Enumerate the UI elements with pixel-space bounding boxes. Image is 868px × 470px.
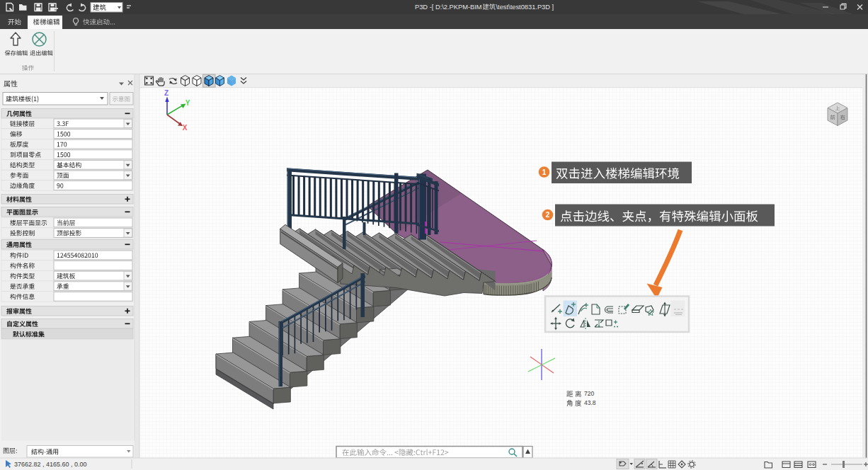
svg-text:720: 720 (584, 390, 594, 397)
svg-text:37662.82 , 4165.60 , 0.00: 37662.82 , 4165.60 , 0.00 (14, 461, 87, 468)
svg-text:P3D -[ D:\2.PKPM-BIM: P3D -[ D:\2.PKPM-BIM (415, 4, 482, 11)
svg-text:X: X (183, 124, 188, 132)
svg-text:43.8: 43.8 (584, 399, 596, 406)
svg-text:\test\test0831.P3D ]: \test\test0831.P3D ] (496, 4, 554, 11)
svg-text:1: 1 (542, 168, 547, 176)
svg-text:Y: Y (185, 99, 190, 107)
svg-text:2: 2 (546, 211, 550, 219)
svg-text:Z: Z (164, 89, 169, 97)
